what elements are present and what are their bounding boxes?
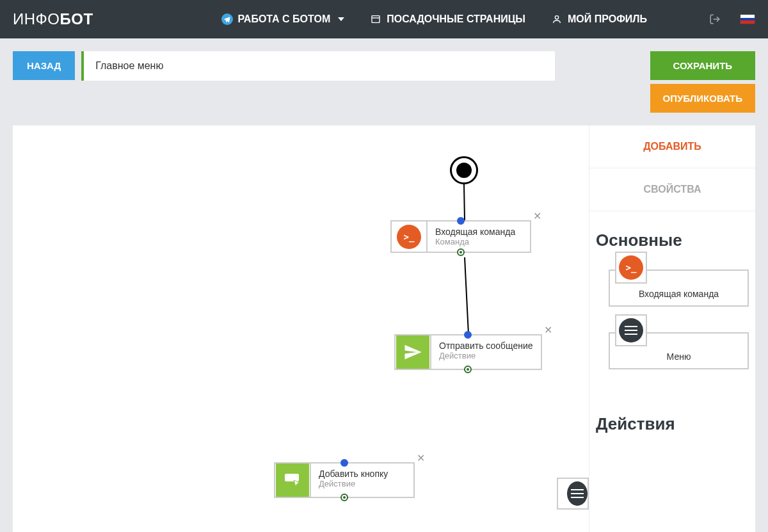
logout-icon[interactable] <box>709 13 721 25</box>
tab-properties[interactable]: СВОЙСТВА <box>589 168 755 211</box>
svg-rect-1 <box>372 16 380 23</box>
port-out[interactable] <box>340 494 348 501</box>
nav-work-with-bot[interactable]: РАБОТА С БОТОМ <box>221 13 345 25</box>
svg-line-5 <box>464 184 465 220</box>
sidebar: ДОБАВИТЬ СВОЙСТВА Основные >_ Входящая к… <box>589 125 755 532</box>
node-body: Добавить кнопку Действие <box>311 463 413 497</box>
nav-work-label: РАБОТА С БОТОМ <box>238 13 331 25</box>
paper-plane-icon <box>396 335 431 369</box>
save-button[interactable]: СОХРАНИТЬ <box>650 51 755 80</box>
palette-menu[interactable]: Меню <box>609 332 749 369</box>
page-title[interactable]: Главное меню <box>81 51 555 81</box>
node-subtitle: Действие <box>439 351 533 360</box>
publish-button[interactable]: ОПУБЛИКОВАТЬ <box>650 84 755 113</box>
menu-icon <box>615 314 647 346</box>
terminal-icon: >_ <box>392 222 428 252</box>
nav-landing-pages[interactable]: ПОСАДОЧНЫЕ СТРАНИЦЫ <box>370 13 525 25</box>
node-add-button[interactable]: Добавить кнопку Действие ✕ <box>274 462 415 498</box>
node-incoming-command[interactable]: >_ Входящая команда Команда ✕ <box>390 220 531 253</box>
node-body: Отправить сообщение Действие <box>431 335 541 369</box>
actions: СОХРАНИТЬ ОПУБЛИКОВАТЬ <box>650 51 755 113</box>
section-main-title: Основные <box>589 211 755 257</box>
caret-down-icon <box>338 17 344 21</box>
workspace: >_ Входящая команда Команда ✕ Отправить … <box>13 125 755 532</box>
logo-text-thin: ИНФО <box>13 10 60 28</box>
tab-add[interactable]: ДОБАВИТЬ <box>589 125 755 168</box>
port-in[interactable] <box>464 331 472 339</box>
close-icon[interactable]: ✕ <box>417 452 425 464</box>
node-partial-menu[interactable] <box>557 478 589 510</box>
language-flag-ru[interactable] <box>740 14 755 24</box>
terminal-icon: >_ <box>615 252 647 284</box>
port-out[interactable] <box>457 248 465 256</box>
close-icon[interactable]: ✕ <box>533 210 541 222</box>
user-icon <box>551 13 563 25</box>
node-title: Отправить сообщение <box>439 341 533 351</box>
palette-incoming-command[interactable]: >_ Входящая команда <box>609 270 749 307</box>
canvas[interactable]: >_ Входящая команда Команда ✕ Отправить … <box>13 125 589 532</box>
toolbar: НАЗАД Главное меню СОХРАНИТЬ ОПУБЛИКОВАТ… <box>0 38 768 125</box>
svg-line-6 <box>465 257 468 334</box>
svg-rect-7 <box>285 474 299 481</box>
port-in[interactable] <box>457 217 465 225</box>
logo: ИНФОБОТ <box>13 10 93 28</box>
telegram-icon <box>221 13 233 25</box>
nav-landing-label: ПОСАДОЧНЫЕ СТРАНИЦЫ <box>387 13 525 25</box>
nav-my-profile[interactable]: МОЙ ПРОФИЛЬ <box>551 13 647 25</box>
node-title: Входящая команда <box>435 227 522 237</box>
svg-point-3 <box>555 16 558 19</box>
topbar: ИНФОБОТ РАБОТА С БОТОМ ПОСАДОЧНЫЕ СТРАНИ… <box>0 0 768 38</box>
nav-right <box>709 13 755 25</box>
start-node[interactable] <box>450 156 478 184</box>
node-subtitle: Команда <box>435 237 522 246</box>
button-cursor-icon <box>275 463 311 497</box>
node-subtitle: Действие <box>319 479 406 488</box>
node-title: Добавить кнопку <box>319 469 406 479</box>
section-actions-title: Действия <box>589 395 755 440</box>
logo-text-bold: БОТ <box>60 10 93 28</box>
port-in[interactable] <box>340 459 348 467</box>
back-button[interactable]: НАЗАД <box>13 51 75 80</box>
node-body: Входящая команда Команда <box>428 222 530 252</box>
nav-main: РАБОТА С БОТОМ ПОСАДОЧНЫЕ СТРАНИЦЫ МОЙ П… <box>221 13 647 25</box>
nav-profile-label: МОЙ ПРОФИЛЬ <box>568 13 647 25</box>
port-out[interactable] <box>464 366 472 373</box>
close-icon[interactable]: ✕ <box>544 324 552 336</box>
node-send-message[interactable]: Отправить сообщение Действие ✕ <box>394 334 542 370</box>
page-icon <box>370 13 381 25</box>
